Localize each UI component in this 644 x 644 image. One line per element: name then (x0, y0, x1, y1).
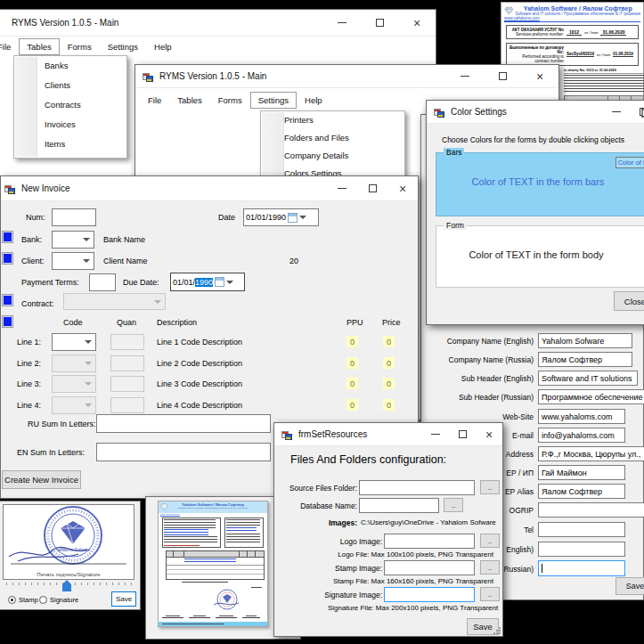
contract-color-swatch[interactable] (2, 294, 13, 306)
stamp-radio-label[interactable]: Stamp (19, 596, 38, 604)
create-new-invoice-button[interactable]: Create New Invoice (2, 470, 81, 489)
maximize-button[interactable] (484, 65, 521, 87)
stamp-image-field[interactable] (384, 560, 475, 575)
signature-radio-label[interactable]: Signature (50, 596, 78, 604)
menu-file[interactable]: File (140, 92, 169, 109)
menu-tables[interactable]: Tables (19, 38, 59, 55)
titlebar[interactable]: frmSetResources × (274, 423, 502, 446)
resize-grip[interactable] (493, 627, 501, 634)
save-button[interactable]: Save (111, 591, 136, 607)
maximize-button[interactable] (630, 101, 644, 123)
ogrip-field[interactable] (538, 502, 644, 518)
director-alias-field[interactable]: Яалом Софтвер (538, 484, 625, 499)
client-color-swatch[interactable] (2, 252, 13, 265)
menu-file[interactable]: File (0, 38, 19, 55)
doc-website[interactable]: www.yahaloms.com (504, 16, 640, 20)
maximize-button[interactable] (449, 423, 476, 445)
menu-item-company-details[interactable]: Company Details (261, 147, 404, 165)
menu-tables[interactable]: Tables (169, 92, 209, 109)
line4-code-combo[interactable] (52, 396, 96, 414)
database-name-field[interactable] (359, 498, 439, 513)
line2-code-combo[interactable] (52, 355, 96, 372)
bars-groupbox[interactable]: Bars Color of B Color of TEXT in the for… (436, 152, 644, 216)
line3-code-combo[interactable] (52, 375, 96, 393)
client-combo[interactable] (52, 252, 94, 270)
lines-color-swatch[interactable] (2, 315, 13, 328)
preview-table (166, 550, 265, 580)
minimize-button[interactable] (323, 10, 361, 36)
menu-forms[interactable]: Forms (210, 92, 250, 109)
due-date-picker[interactable]: 01/01/1990 (170, 273, 245, 291)
zoom-slider-thumb[interactable] (62, 580, 71, 591)
titlebar[interactable]: Color Settings (427, 101, 644, 124)
color-of-bars-chip[interactable]: Color of B (615, 157, 644, 168)
menu-item-contracts[interactable]: Contracts (14, 95, 126, 115)
close-settings-button[interactable]: Close (614, 291, 644, 311)
minimize-button[interactable] (446, 65, 484, 87)
address-field[interactable]: Р.Ф.,г Москва, Цюрупы ул., (538, 446, 644, 461)
menu-help[interactable]: Help (146, 38, 180, 55)
maximize-button[interactable] (361, 10, 398, 36)
minimize-button[interactable] (603, 101, 630, 123)
close-button[interactable]: × (476, 423, 502, 445)
menu-help[interactable]: Help (297, 92, 330, 109)
bars-sample-text[interactable]: Color of TEXT in the form bars (436, 176, 640, 187)
bank-color-swatch[interactable] (2, 231, 13, 243)
contract-combo[interactable] (63, 293, 166, 310)
menu-item-folders-files[interactable]: Folders and Files (261, 129, 404, 147)
line2-quan-field[interactable] (110, 355, 144, 371)
company-name-en-field[interactable]: Yahalom Sofware (538, 333, 632, 348)
database-browse-button[interactable]: .. (444, 498, 463, 512)
menu-settings[interactable]: Settings (100, 38, 146, 55)
logo-browse-button[interactable]: .. (480, 534, 500, 548)
tel-field[interactable] (538, 522, 625, 537)
stamp-browse-button[interactable]: .. (480, 560, 500, 575)
sub-header-en-field[interactable]: Software and IT solutions (538, 371, 638, 386)
director-field[interactable]: Гай Маймон (538, 465, 625, 480)
extra-english-field[interactable] (538, 542, 625, 557)
titlebar[interactable]: RYMS Version 1.0.5 - Main × (135, 65, 558, 88)
menu-item-banks[interactable]: Banks (14, 56, 126, 76)
extra-russian-field[interactable] (538, 560, 625, 576)
minimize-button[interactable] (327, 176, 357, 200)
close-button[interactable]: × (387, 176, 418, 200)
menu-item-invoices[interactable]: Invoices (14, 115, 126, 135)
website-field[interactable]: www.yahaloms.com (538, 409, 625, 424)
close-button[interactable]: × (398, 10, 436, 36)
email-field[interactable]: info@yahaloms.com (538, 428, 625, 443)
menu-item-clients[interactable]: Clients (14, 76, 126, 95)
form-groupbox[interactable]: Form Color of TEXT in the form body (436, 225, 644, 288)
maximize-button[interactable] (357, 176, 387, 200)
logo-image-field[interactable] (384, 534, 475, 549)
date-picker[interactable]: 01/01/1990 (243, 208, 319, 226)
minimize-button[interactable] (422, 423, 449, 445)
titlebar[interactable]: New Invoice × (1, 176, 418, 201)
signature-browse-button[interactable]: .. (480, 587, 500, 601)
line3-quan-field[interactable] (110, 376, 144, 392)
source-browse-button[interactable]: .. (480, 480, 500, 494)
line1-quan-field[interactable] (110, 334, 144, 350)
close-button[interactable]: × (521, 65, 558, 87)
sub-header-ru-field[interactable]: Программное обеспечение & (538, 389, 644, 404)
form-sample-text[interactable]: Color of TEXT in the form body (436, 249, 636, 260)
num-field[interactable] (52, 208, 96, 226)
line1-code-combo[interactable] (52, 333, 96, 351)
ru-sum-field[interactable] (96, 414, 271, 433)
line4-quan-field[interactable] (110, 397, 144, 413)
menu-item-items[interactable]: Items (14, 135, 126, 154)
bank-combo[interactable] (52, 231, 94, 249)
source-folder-field[interactable] (359, 480, 475, 495)
menu-settings[interactable]: Settings (250, 92, 297, 109)
signature-image-field[interactable] (384, 587, 475, 602)
save-button[interactable]: Save (615, 577, 644, 595)
stamp-radio[interactable] (8, 596, 16, 604)
app-icon (4, 183, 16, 194)
titlebar[interactable]: RYMS Version 1.0.5 - Main × (0, 10, 436, 37)
menu-item-printers[interactable]: Printers (261, 111, 404, 129)
menu-forms[interactable]: Forms (60, 38, 100, 55)
signature-radio[interactable] (39, 596, 47, 604)
payment-terms-field[interactable] (89, 273, 116, 291)
en-sum-field[interactable] (96, 443, 271, 461)
dropdown-arrow-icon (83, 238, 90, 245)
company-name-ru-field[interactable]: Яалом Софтвер (538, 352, 632, 367)
